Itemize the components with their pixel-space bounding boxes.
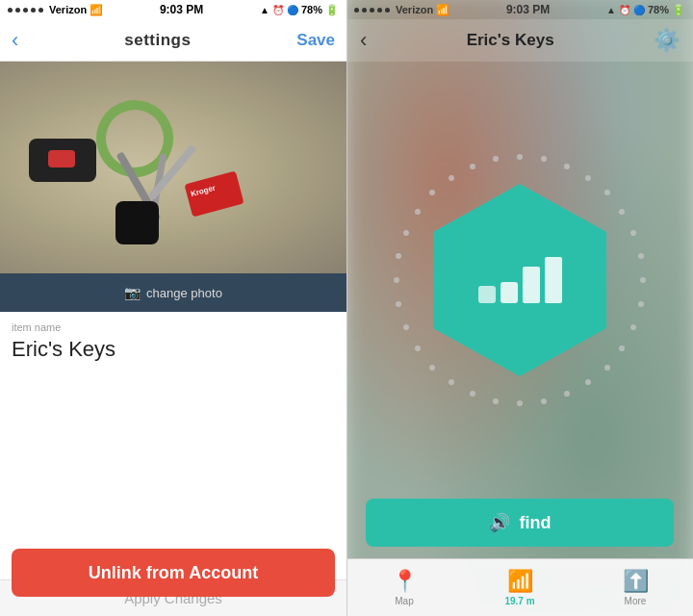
ring-dot — [396, 253, 401, 259]
alarm-icon-left: ⏰ — [272, 5, 284, 15]
tab-distance[interactable]: 📶 19.7 m — [462, 569, 578, 606]
ring-dot — [640, 277, 646, 283]
alarm-icon-right: ⏰ — [619, 5, 630, 15]
status-left-right: Verizon 📶 — [354, 4, 449, 16]
change-photo-label: change photo — [146, 286, 222, 300]
more-icon: ⬆️ — [623, 569, 649, 594]
left-panel: Verizon 📶 9:03 PM ▲ ⏰ 🔵 78% 🔋 ‹ settings… — [0, 0, 346, 616]
bluetooth-icon-left: 🔵 — [287, 5, 298, 15]
nav-title-left: settings — [124, 31, 191, 50]
ring-dot — [517, 154, 523, 160]
item-name-value[interactable]: Eric's Keys — [12, 337, 335, 362]
status-bar-right: Verizon 📶 9:03 PM ▲ ⏰ 🔵 78% 🔋 — [346, 0, 693, 19]
fob-button — [48, 150, 75, 167]
status-left: Verizon 📶 — [8, 4, 103, 16]
ring-dot — [449, 379, 454, 385]
ring-dot — [415, 346, 421, 351]
bluetooth-icon-right: 🔵 — [633, 5, 645, 15]
status-right-right: ▲ ⏰ 🔵 78% 🔋 — [606, 4, 685, 16]
status-right-left: ▲ ⏰ 🔵 78% 🔋 — [260, 4, 339, 16]
wifi-icon-right: 📶 — [436, 4, 449, 16]
wifi-icon-left: 📶 — [90, 4, 103, 16]
carrier-left: Verizon — [49, 4, 87, 15]
location-icon-right: ▲ — [606, 5, 616, 15]
find-label: find — [520, 513, 552, 533]
bar-3 — [523, 267, 540, 303]
ring-dot — [396, 301, 401, 307]
item-name-label: item name — [12, 321, 335, 333]
speaker-icon: 🔊 — [489, 512, 510, 533]
status-bar-left: Verizon 📶 9:03 PM ▲ ⏰ 🔵 78% 🔋 — [0, 0, 346, 19]
tab-distance-label: 19.7 m — [504, 596, 534, 606]
tab-bar: 📍 Map 📶 19.7 m ⬆️ More — [346, 558, 693, 616]
tile-tracker — [116, 201, 159, 244]
signal-bars — [478, 257, 562, 303]
ring-dot — [564, 164, 570, 169]
back-button-left[interactable]: ‹ — [12, 28, 18, 53]
back-button-right[interactable]: ‹ — [360, 28, 367, 53]
back-arrow-right: ‹ — [360, 28, 367, 53]
key-fob — [29, 139, 96, 182]
signal-area — [346, 62, 693, 499]
wifi-tab-icon: 📶 — [507, 569, 533, 594]
ring-dot — [470, 164, 475, 169]
panel-divider — [346, 0, 347, 616]
bar-4 — [545, 257, 562, 303]
gear-icon[interactable]: ⚙️ — [654, 28, 680, 53]
change-photo-bar[interactable]: 📷 change photo — [0, 273, 346, 312]
nav-bar-right: ‹ Eric's Keys ⚙️ — [346, 19, 693, 62]
find-btn-wrap: 🔊 find — [346, 499, 693, 558]
time-left: 9:03 PM — [160, 3, 203, 16]
ring-dot — [630, 324, 636, 330]
ring-dot — [493, 156, 499, 162]
tab-more[interactable]: ⬆️ More — [578, 569, 693, 606]
tab-more-label: More — [625, 596, 647, 606]
ring-dot — [638, 301, 644, 307]
battery-right: 78% — [648, 4, 669, 15]
photo-container: Kroger 📷 change photo — [0, 62, 346, 312]
battery-icon-right: 🔋 — [672, 4, 685, 16]
time-right: 9:03 PM — [506, 3, 550, 16]
tab-map-label: Map — [395, 596, 413, 606]
form-area: item name Eric's Keys — [0, 312, 346, 580]
ring-dot — [619, 346, 625, 351]
ring-dot — [449, 175, 454, 181]
ring-dot — [403, 324, 409, 330]
ring-dot — [541, 398, 547, 404]
unlink-label: Unlink from Account — [89, 563, 258, 583]
item-photo[interactable]: Kroger — [0, 62, 346, 273]
battery-icon-left: 🔋 — [325, 4, 339, 16]
camera-icon: 📷 — [124, 285, 141, 300]
find-button[interactable]: 🔊 find — [366, 499, 674, 547]
right-panel: Verizon 📶 9:03 PM ▲ ⏰ 🔵 78% 🔋 ‹ Eric's K… — [346, 0, 693, 616]
bar-1 — [478, 286, 496, 303]
ring-dot — [493, 398, 499, 404]
ring-dot — [585, 379, 591, 385]
ring-dot — [394, 277, 399, 283]
save-button[interactable]: Save — [296, 31, 335, 50]
ring-dot — [415, 209, 421, 215]
ring-dot — [541, 156, 547, 162]
nav-title-right: Eric's Keys — [467, 31, 554, 50]
ring-dot — [630, 230, 636, 236]
bar-2 — [500, 282, 518, 303]
ring-dot — [470, 391, 475, 397]
ring-dot — [585, 175, 591, 181]
hexagon — [433, 184, 606, 376]
ring-dot — [638, 253, 644, 259]
hexagon-wrap — [433, 184, 606, 376]
battery-left: 78% — [301, 4, 322, 15]
ring-dot — [564, 391, 570, 397]
unlink-button[interactable]: Unlink from Account — [12, 549, 335, 597]
tab-map[interactable]: 📍 Map — [346, 569, 462, 606]
map-icon: 📍 — [392, 569, 418, 594]
nav-bar-left: ‹ settings Save — [0, 19, 346, 62]
ring-dot — [619, 209, 625, 215]
ring-dot — [403, 230, 409, 236]
ring-dot — [517, 400, 523, 406]
carrier-right: Verizon — [396, 4, 433, 15]
location-icon-left: ▲ — [260, 5, 270, 15]
